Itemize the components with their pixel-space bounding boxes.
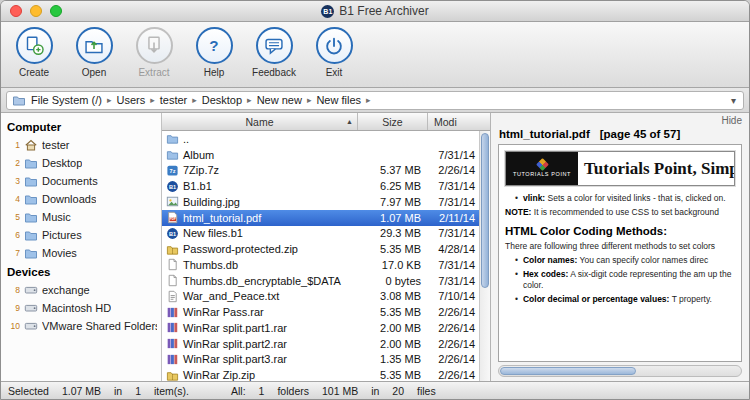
- preview-hscroll-thumb[interactable]: [500, 367, 636, 375]
- preview-hscrollbar[interactable]: [498, 365, 742, 377]
- breadcrumb-separator-icon: ▸: [192, 95, 197, 105]
- file-name: Thumbs.db_encryptable_$DATA: [183, 275, 341, 287]
- file-icon: [166, 274, 179, 287]
- column-header-modified[interactable]: Modi: [428, 113, 490, 130]
- file-row-b1-b1[interactable]: B1B1.b16.25 MB7/31/14: [162, 178, 479, 194]
- pdf-preview: TUTORIALS POINT Tutorials Point, Simp • …: [498, 144, 742, 362]
- sidebar-item-macintosh-hd[interactable]: 9Macintosh HD: [1, 299, 161, 317]
- breadcrumb-segment-new-new[interactable]: New new: [257, 94, 302, 106]
- file-modified: 4/28/14: [428, 243, 479, 255]
- sidebar-item-tester[interactable]: 1tester: [1, 136, 161, 154]
- file-row-album[interactable]: Album7/31/14: [162, 147, 479, 163]
- path-bar: File System (/)▸Users▸tester▸Desktop▸New…: [1, 88, 749, 113]
- status-token: 1: [135, 385, 141, 397]
- close-window-button[interactable]: [10, 5, 22, 17]
- sidebar-item-number: 4: [9, 194, 20, 204]
- file-size: 2.00 MB: [358, 322, 428, 334]
- pdf-note-term: NOTE:: [505, 207, 531, 217]
- file-row-thumbs-db[interactable]: Thumbs.db17.0 KB7/31/14: [162, 257, 479, 273]
- file-name-cell: 7z7Zip.7z: [162, 164, 358, 177]
- file-row-winrar-split-part3-rar[interactable]: WinRar split.part3.rar1.35 MB2/26/14: [162, 352, 479, 368]
- toolbar-label: Help: [204, 67, 225, 78]
- sidebar-item-number: 9: [9, 303, 20, 313]
- pdf-bullet-decimal: • Color decimal or percentage values: T …: [505, 294, 735, 305]
- file-name-cell: PDFhtml_tutorial.pdf: [162, 211, 358, 224]
- hide-preview-button[interactable]: Hide: [721, 115, 742, 126]
- sidebar-item-pictures[interactable]: 6Pictures: [1, 226, 161, 244]
- sidebar-item-number: 5: [9, 212, 20, 222]
- app-window: B1 B1 Free Archiver CreateOpenExtract?He…: [0, 0, 750, 400]
- sidebar-item-number: 7: [9, 248, 20, 258]
- sidebar-item-music[interactable]: 5Music: [1, 208, 161, 226]
- file-row-building-jpg[interactable]: Building.jpg7.97 MB7/31/14: [162, 194, 479, 210]
- rar-icon: [166, 321, 179, 334]
- toolbar-exit-button[interactable]: Exit: [311, 27, 357, 78]
- file-modified: 2/26/14: [428, 306, 479, 318]
- toolbar-label: Feedback: [252, 67, 296, 78]
- scrollbar-thumb[interactable]: [481, 133, 489, 288]
- toolbar-help-button[interactable]: ?Help: [191, 27, 237, 78]
- sidebar-item-number: 8: [9, 285, 20, 295]
- toolbar-create-button[interactable]: Create: [11, 27, 57, 78]
- breadcrumb-segment-tester[interactable]: tester: [160, 94, 188, 106]
- file-modified: 7/31/14: [428, 180, 479, 192]
- file-modified: 7/31/14: [428, 259, 479, 271]
- minimize-window-button[interactable]: [30, 5, 42, 17]
- file-name-cell: B1B1.b1: [162, 180, 358, 193]
- file-size: 29.3 MB: [358, 227, 428, 239]
- breadcrumb-separator-icon: ▸: [247, 95, 252, 105]
- file-row-winrar-split-part2-rar[interactable]: WinRar split.part2.rar2.00 MB2/26/14: [162, 336, 479, 352]
- file-row-item[interactable]: ..: [162, 131, 479, 147]
- svg-text:B1: B1: [169, 183, 176, 189]
- file-row-new-files-b1[interactable]: B1New files.b129.3 MB7/31/14: [162, 226, 479, 242]
- pdf-bullet-hex-codes: • Hex codes: A six-digit code representi…: [505, 269, 735, 291]
- rar-icon: [166, 337, 179, 350]
- zip-icon: [166, 243, 179, 256]
- sidebar-item-exchange[interactable]: 8exchange: [1, 281, 161, 299]
- sidebar-item-downloads[interactable]: 4Downloads: [1, 190, 161, 208]
- folder-icon: [166, 132, 179, 145]
- pdf-note-line: NOTE: It is recommended to use CSS to se…: [505, 207, 735, 218]
- breadcrumb-dropdown-icon[interactable]: ▾: [729, 95, 738, 106]
- zoom-window-button[interactable]: [50, 5, 62, 17]
- file-list: Name ▲ Size Modi ..Album7/31/147z7Zip.7z…: [161, 113, 491, 381]
- file-name: html_tutorial.pdf: [183, 212, 261, 224]
- folder-icon: [24, 228, 38, 242]
- file-size: 1.07 MB: [358, 212, 428, 224]
- sidebar: Computer1tester2Desktop3Documents4Downlo…: [1, 113, 161, 381]
- sidebar-item-documents[interactable]: 3Documents: [1, 172, 161, 190]
- file-modified: 2/26/14: [428, 353, 479, 365]
- toolbar-feedback-button[interactable]: Feedback: [251, 27, 297, 78]
- pdf-term-decimal: Color decimal or percentage values:: [523, 294, 669, 304]
- file-row-war-and-peace-txt[interactable]: War_and_Peace.txt3.08 MB7/10/14: [162, 289, 479, 305]
- toolbar-open-button[interactable]: Open: [71, 27, 117, 78]
- svg-text:PDF: PDF: [170, 218, 176, 222]
- file-row-winrar-zip-zip[interactable]: WinRar Zip.zip5.35 MB2/26/14: [162, 367, 479, 381]
- file-row-7zip-7z[interactable]: 7z7Zip.7z5.37 MB2/26/14: [162, 163, 479, 179]
- file-row-thumbs-db-encryptable-data[interactable]: Thumbs.db_encryptable_$DATA0 bytes7/31/1…: [162, 273, 479, 289]
- text-icon: [166, 290, 179, 303]
- file-size: 5.35 MB: [358, 306, 428, 318]
- sidebar-item-number: 2: [9, 158, 20, 168]
- sidebar-item-desktop[interactable]: 2Desktop: [1, 154, 161, 172]
- sidebar-item-movies[interactable]: 7Movies: [1, 244, 161, 262]
- file-row-password-protected-zip[interactable]: Password-protected.zip5.35 MB4/28/14: [162, 241, 479, 257]
- file-row-winrar-split-part1-rar[interactable]: WinRar split.part1.rar2.00 MB2/26/14: [162, 320, 479, 336]
- column-header-size[interactable]: Size: [358, 113, 428, 130]
- breadcrumb-segment-file-system[interactable]: File System (/): [31, 94, 102, 106]
- breadcrumb[interactable]: File System (/)▸Users▸tester▸Desktop▸New…: [6, 91, 744, 110]
- file-list-scrollbar[interactable]: [479, 131, 490, 381]
- breadcrumb-segment-users[interactable]: Users: [116, 94, 145, 106]
- file-row-winrar-pass-rar[interactable]: WinRar Pass.rar5.35 MB2/26/14: [162, 304, 479, 320]
- window-title-area: B1 B1 Free Archiver: [1, 1, 749, 21]
- home-icon: [24, 138, 38, 152]
- breadcrumb-segment-new-files[interactable]: New files: [316, 94, 361, 106]
- file-row-html-tutorial-pdf[interactable]: PDFhtml_tutorial.pdf1.07 MB2/11/14: [162, 210, 479, 226]
- feedback-icon: [256, 27, 293, 64]
- breadcrumb-segment-desktop[interactable]: Desktop: [202, 94, 242, 106]
- sidebar-item-vmware-shared-folders[interactable]: 10VMware Shared Folders: [1, 317, 161, 335]
- file-name-cell: War_and_Peace.txt: [162, 290, 358, 303]
- breadcrumb-separator-icon: ▸: [307, 95, 312, 105]
- column-header-name[interactable]: Name ▲: [162, 113, 358, 130]
- pdf-icon: PDF: [166, 211, 179, 224]
